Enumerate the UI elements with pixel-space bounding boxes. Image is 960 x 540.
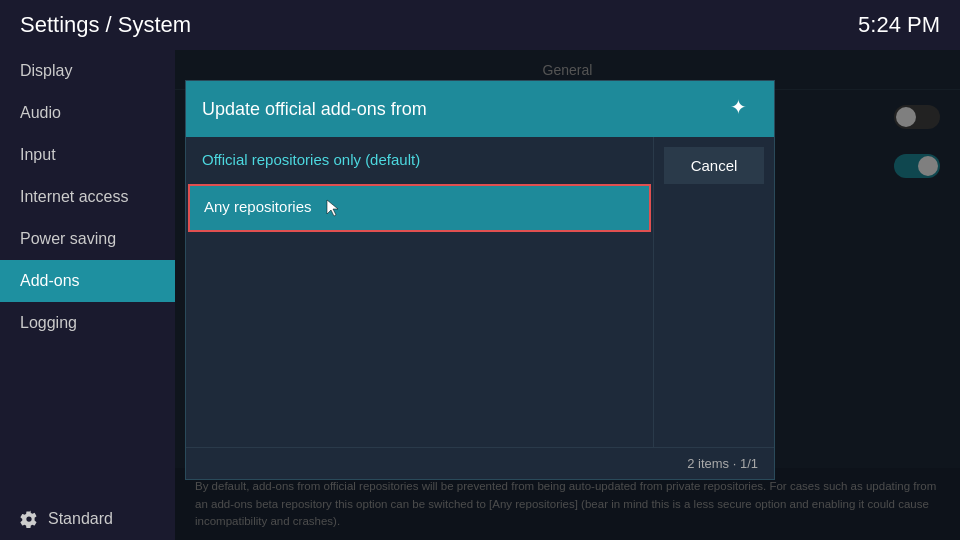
sidebar-item-audio[interactable]: Audio bbox=[0, 92, 175, 134]
dialog-title: Update official add-ons from bbox=[202, 99, 427, 120]
sidebar-item-add-ons[interactable]: Add-ons bbox=[0, 260, 175, 302]
dialog-overlay: Update official add-ons from ✦ Official … bbox=[175, 50, 960, 540]
kodi-icon: ✦ bbox=[730, 95, 758, 123]
top-bar: Settings / System 5:24 PM bbox=[0, 0, 960, 50]
sidebar-item-power-saving[interactable]: Power saving bbox=[0, 218, 175, 260]
content-area: General updates automatically repositori… bbox=[175, 50, 960, 540]
sidebar-bottom: Standard bbox=[0, 498, 175, 540]
option-official[interactable]: Official repositories only (default) bbox=[186, 137, 653, 182]
page-title: Settings / System bbox=[20, 12, 191, 38]
sidebar-item-logging[interactable]: Logging bbox=[0, 302, 175, 344]
cancel-button[interactable]: Cancel bbox=[664, 147, 764, 184]
clock: 5:24 PM bbox=[858, 12, 940, 38]
dialog-actions: Cancel bbox=[654, 137, 774, 447]
gear-icon bbox=[20, 510, 38, 528]
option-any[interactable]: Any repositories bbox=[188, 184, 651, 232]
main-area: Display Audio Input Internet access Powe… bbox=[0, 50, 960, 540]
dialog-body: Official repositories only (default) Any… bbox=[186, 137, 774, 447]
sidebar-item-input[interactable]: Input bbox=[0, 134, 175, 176]
dialog-footer: 2 items · 1/1 bbox=[186, 447, 774, 479]
svg-marker-0 bbox=[327, 200, 338, 216]
dialog: Update official add-ons from ✦ Official … bbox=[185, 80, 775, 480]
sidebar-standard-label: Standard bbox=[48, 510, 113, 528]
sidebar-item-internet-access[interactable]: Internet access bbox=[0, 176, 175, 218]
dialog-items-count: 2 items · 1/1 bbox=[687, 456, 758, 471]
dialog-header: Update official add-ons from ✦ bbox=[186, 81, 774, 137]
cursor-pointer bbox=[321, 198, 341, 218]
sidebar: Display Audio Input Internet access Powe… bbox=[0, 50, 175, 540]
dialog-list: Official repositories only (default) Any… bbox=[186, 137, 654, 447]
sidebar-item-display[interactable]: Display bbox=[0, 50, 175, 92]
